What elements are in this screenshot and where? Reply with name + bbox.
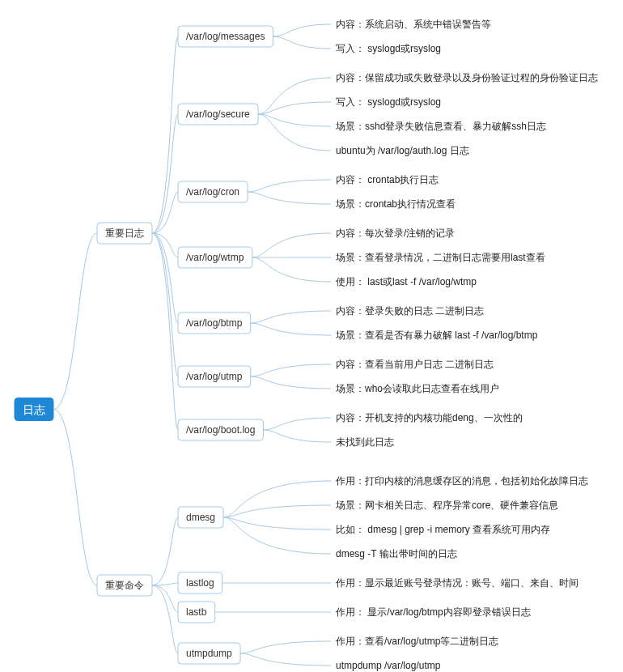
root-label: 日志: [23, 403, 45, 416]
node-label: /var/log/boot.log: [186, 424, 255, 436]
leaf-text: 场景：who会读取此日志查看在线用户: [335, 383, 499, 394]
connector: [152, 517, 178, 585]
leaf-text: 作用：显示最近账号登录情况：账号、端口、来自、时间: [335, 577, 578, 589]
leaf-text: 作用：查看/var/log/utmp等二进制日志: [335, 636, 498, 647]
connector: [251, 376, 331, 389]
mindmap-diagram: 日志重要日志/var/log/messages内容：系统启动、系统中错误警告等写…: [0, 0, 623, 672]
connector: [252, 257, 331, 282]
connector: [152, 192, 178, 233]
connector: [263, 430, 331, 442]
connector: [273, 36, 331, 49]
branch-label: 重要日志: [105, 228, 144, 239]
leaf-text: 比如： dmesg | grep -i memory 查看系统可用内存: [336, 524, 550, 535]
connector: [223, 517, 331, 554]
leaf-text: 内容：开机支持的内核功能deng、一次性的: [336, 412, 523, 423]
connector: [240, 653, 331, 666]
leaf-text: 内容：每次登录/注销的记录: [336, 228, 455, 239]
leaf-text: 未找到此日志: [336, 436, 394, 448]
leaf-text: 场景：crontab执行情况查看: [335, 198, 456, 210]
leaf-text: 使用： last或last -f /var/log/wtmp: [336, 276, 477, 287]
connector: [251, 311, 331, 323]
leaf-text: 场景：查看是否有暴力破解 last -f /var/log/btmp: [335, 330, 538, 341]
node-label: /var/log/utmp: [186, 371, 243, 382]
leaf-text: 作用：打印内核的消息缓存区的消息，包括初始化故障日志: [335, 475, 588, 487]
node-label: utmpdump: [186, 648, 232, 659]
node-label: lastb: [186, 606, 207, 618]
connector: [258, 78, 331, 114]
leaf-text: 写入： syslogd或rsyslog: [336, 43, 441, 54]
node-label: /var/log/secure: [186, 108, 250, 120]
node-label: /var/log/messages: [186, 31, 265, 42]
leaf-text: 内容：系统启动、系统中错误警告等: [336, 19, 491, 30]
connector: [258, 114, 331, 151]
connector: [152, 585, 178, 653]
connector: [248, 180, 331, 192]
connector: [251, 323, 331, 335]
leaf-text: utmpdump /var/log/utmp: [336, 660, 441, 671]
branch-label: 重要命令: [105, 580, 144, 591]
connector: [252, 233, 331, 257]
leaf-text: 内容：登录失败的日志 二进制日志: [336, 305, 484, 317]
node-label: /var/log/wtmp: [186, 252, 244, 263]
connector: [223, 481, 331, 517]
leaf-text: 内容： crontab执行日志: [336, 174, 439, 185]
node-label: dmesg: [186, 512, 215, 523]
connector: [53, 410, 97, 586]
connector: [240, 641, 331, 653]
node-label: /var/log/btmp: [186, 317, 243, 329]
node-label: /var/log/cron: [186, 186, 239, 198]
connector: [251, 364, 331, 376]
leaf-text: ubuntu为 /var/log/auth.log 日志: [336, 145, 469, 156]
leaf-text: 内容：保留成功或失败登录以及身份验证过程的身份验证日志: [336, 72, 598, 83]
connector: [152, 585, 178, 612]
connector: [263, 418, 331, 430]
leaf-text: 写入： syslogd或rsyslog: [336, 96, 441, 108]
leaf-text: 内容：查看当前用户日志 二进制日志: [336, 359, 494, 370]
leaf-text: 场景：查看登录情况，二进制日志需要用last查看: [335, 252, 545, 263]
leaf-text: 作用： 显示/var/log/btmp内容即登录错误日志: [335, 606, 531, 618]
connector: [273, 24, 331, 36]
connector: [53, 233, 97, 410]
leaf-text: 场景：网卡相关日志、程序异常core、硬件兼容信息: [335, 500, 558, 511]
node-label: lastlog: [186, 577, 214, 589]
connector: [152, 114, 178, 233]
connector: [248, 192, 331, 204]
leaf-text: 场景：sshd登录失败信息查看、暴力破解ssh日志: [335, 121, 546, 132]
leaf-text: dmesg -T 输出带时间的日志: [336, 548, 457, 559]
